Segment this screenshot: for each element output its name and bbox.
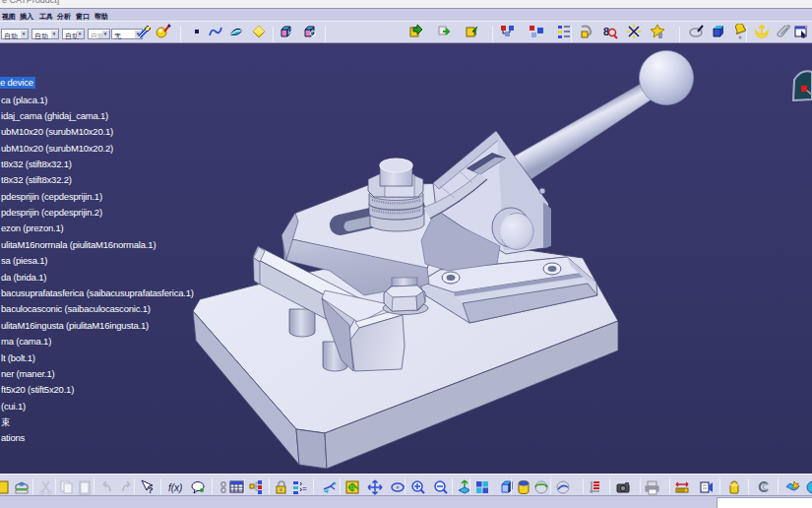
svg-text:?: ? [148, 485, 154, 495]
svg-text:=: = [302, 484, 307, 493]
svg-text:f(x): f(x) [168, 482, 182, 493]
